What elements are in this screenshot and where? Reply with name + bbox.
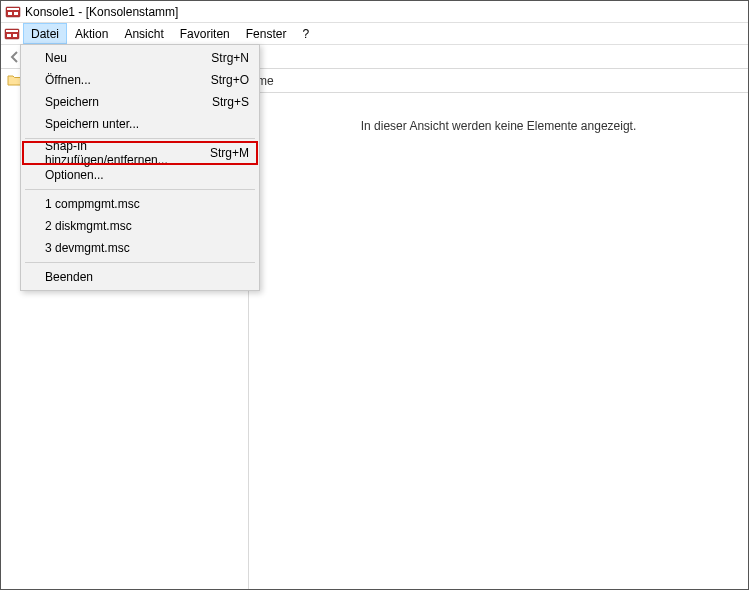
menu-fenster[interactable]: Fenster [238, 23, 295, 44]
empty-message: In dieser Ansicht werden keine Elemente … [361, 119, 637, 133]
menu-label: Fenster [246, 27, 287, 41]
menu-label: Datei [31, 27, 59, 41]
menu-separator [25, 262, 255, 263]
svg-rect-2 [8, 12, 12, 15]
menu-aktion[interactable]: Aktion [67, 23, 116, 44]
menu-item-oeffnen[interactable]: Öffnen... Strg+O [23, 69, 257, 91]
menu-item-recent-1[interactable]: 1 compmgmt.msc [23, 193, 257, 215]
svg-rect-7 [13, 34, 17, 37]
svg-rect-1 [7, 8, 19, 10]
svg-rect-3 [14, 12, 18, 15]
menu-item-snapin[interactable]: Snap-In hinzufügen/entfernen... Strg+M [23, 142, 257, 164]
menu-item-shortcut: Strg+S [212, 95, 249, 109]
menu-label: Favoriten [180, 27, 230, 41]
window-title: Konsole1 - [Konsolenstamm] [25, 5, 178, 19]
menu-item-speichern[interactable]: Speichern Strg+S [23, 91, 257, 113]
menu-item-label: 2 diskmgmt.msc [45, 219, 132, 233]
menu-item-shortcut: Strg+O [211, 73, 249, 87]
mmc-icon [5, 4, 21, 20]
menu-item-recent-3[interactable]: 3 devmgmt.msc [23, 237, 257, 259]
menu-ansicht[interactable]: Ansicht [116, 23, 171, 44]
menu-separator [25, 189, 255, 190]
menu-item-label: Öffnen... [45, 73, 91, 87]
svg-rect-5 [6, 30, 18, 32]
menu-item-label: 1 compmgmt.msc [45, 197, 140, 211]
menu-item-optionen[interactable]: Optionen... [23, 164, 257, 186]
menu-label: ? [302, 27, 309, 41]
menu-item-label: Beenden [45, 270, 93, 284]
menu-item-recent-2[interactable]: 2 diskmgmt.msc [23, 215, 257, 237]
menu-item-shortcut: Strg+N [211, 51, 249, 65]
svg-rect-6 [7, 34, 11, 37]
titlebar: Konsole1 - [Konsolenstamm] [1, 1, 748, 23]
datei-dropdown: Neu Strg+N Öffnen... Strg+O Speichern St… [20, 44, 260, 291]
menu-item-speichern-unter[interactable]: Speichern unter... [23, 113, 257, 135]
content-body: In dieser Ansicht werden keine Elemente … [249, 93, 748, 589]
menu-item-label: 3 devmgmt.msc [45, 241, 130, 255]
menu-item-label: Speichern [45, 95, 99, 109]
mmc-icon-small [3, 23, 21, 44]
menu-item-label: Neu [45, 51, 67, 65]
menu-datei[interactable]: Datei [23, 23, 67, 44]
menu-favoriten[interactable]: Favoriten [172, 23, 238, 44]
menu-item-beenden[interactable]: Beenden [23, 266, 257, 288]
menubar: Datei Aktion Ansicht Favoriten Fenster ? [1, 23, 748, 45]
menu-item-label: Snap-In hinzufügen/entfernen... [45, 139, 210, 167]
menu-label: Aktion [75, 27, 108, 41]
menu-item-label: Speichern unter... [45, 117, 139, 131]
menu-label: Ansicht [124, 27, 163, 41]
content-column-header[interactable]: me [249, 69, 748, 93]
menu-item-label: Optionen... [45, 168, 104, 182]
menu-item-shortcut: Strg+M [210, 146, 249, 160]
menu-help[interactable]: ? [294, 23, 317, 44]
menu-item-neu[interactable]: Neu Strg+N [23, 47, 257, 69]
content-pane: me In dieser Ansicht werden keine Elemen… [249, 69, 748, 589]
